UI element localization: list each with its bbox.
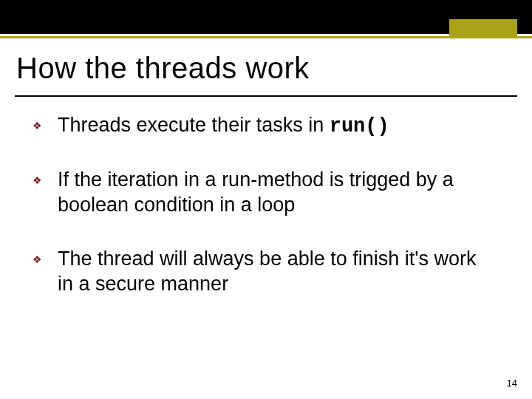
page-number: 14	[507, 378, 517, 389]
bullet-text: Threads execute their tasks in run()	[58, 113, 495, 140]
list-item: ❖ If the iteration in a run-method is tr…	[33, 168, 495, 219]
bullet-text-before: Threads execute their tasks in	[58, 114, 330, 136]
bullet-icon: ❖	[33, 254, 44, 265]
list-item: ❖ The thread will always be able to fini…	[33, 247, 495, 299]
title-wrap: How the threads work	[0, 38, 532, 91]
bullet-icon: ❖	[33, 120, 44, 131]
slide-title: How the threads work	[16, 52, 516, 85]
bullet-text: If the iteration in a run-method is trig…	[58, 168, 495, 219]
bullet-text-before: If the iteration in a run-method is trig…	[58, 168, 454, 216]
bullet-code: run()	[330, 115, 389, 137]
accent-block	[449, 19, 517, 38]
bullet-list: ❖ Threads execute their tasks in run() ❖…	[0, 97, 532, 299]
list-item: ❖ Threads execute their tasks in run()	[33, 113, 495, 140]
bullet-text: The thread will always be able to finish…	[58, 247, 495, 299]
bullet-icon: ❖	[33, 175, 44, 185]
header-band	[0, 0, 532, 34]
bullet-text-before: The thread will always be able to finish…	[58, 248, 476, 295]
